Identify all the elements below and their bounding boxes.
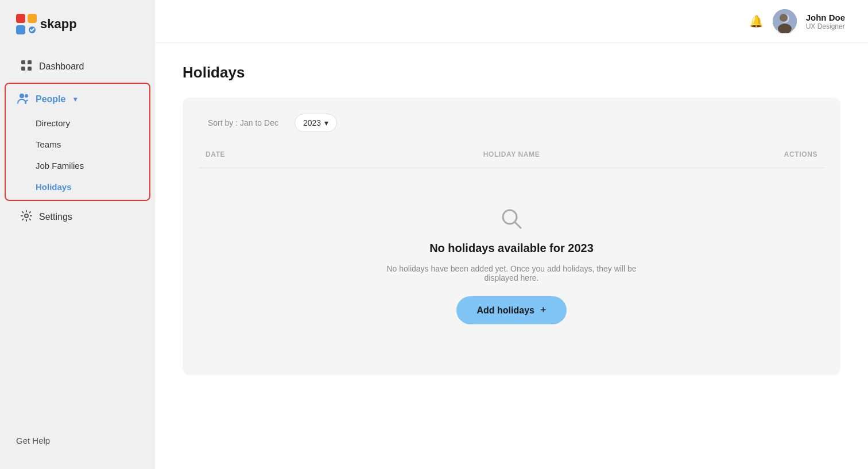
empty-title: No holidays available for 2023 xyxy=(429,242,594,255)
svg-rect-5 xyxy=(28,60,32,64)
sidebar-item-teams[interactable]: Teams xyxy=(6,134,149,155)
empty-description: No holidays have been added yet. Once yo… xyxy=(374,264,649,282)
svg-rect-2 xyxy=(16,25,25,34)
sidebar-item-label-dashboard: Dashboard xyxy=(39,61,84,72)
sidebar-item-dashboard[interactable]: Dashboard xyxy=(5,54,150,79)
page-title: Holidays xyxy=(183,64,840,82)
user-info: John Doe UX Designer xyxy=(806,13,845,30)
year-select[interactable]: 2023 ▾ xyxy=(294,114,337,132)
svg-line-17 xyxy=(515,222,521,228)
sidebar-item-label-settings: Settings xyxy=(39,212,72,222)
logo-icon xyxy=(16,14,37,34)
svg-rect-1 xyxy=(28,14,37,23)
get-help-link[interactable]: Get Help xyxy=(16,436,50,445)
sidebar-item-job-families[interactable]: Job Families xyxy=(6,155,149,176)
sidebar-item-directory[interactable]: Directory xyxy=(6,113,149,134)
user-name: John Doe xyxy=(806,13,845,22)
svg-rect-7 xyxy=(28,67,32,71)
header-right: 🔔 John Doe UX Designer xyxy=(749,9,845,33)
teams-label: Teams xyxy=(36,139,61,149)
main-content: 🔔 John Doe UX Designer Holidays Sor xyxy=(155,0,868,469)
svg-point-10 xyxy=(25,214,28,218)
svg-rect-6 xyxy=(21,67,25,71)
svg-point-8 xyxy=(20,94,24,98)
people-section: People ▾ Directory Teams Job Families Ho… xyxy=(5,83,150,201)
chevron-down-icon: ▾ xyxy=(73,95,77,103)
empty-search-icon xyxy=(500,207,523,232)
notification-bell-icon[interactable]: 🔔 xyxy=(749,14,764,28)
year-value: 2023 xyxy=(303,118,321,127)
svg-rect-4 xyxy=(21,60,25,64)
holidays-label: Holidays xyxy=(36,182,72,192)
settings-icon xyxy=(21,210,32,224)
col-header-date: DATE xyxy=(206,150,409,158)
header: 🔔 John Doe UX Designer xyxy=(155,0,868,43)
col-header-holiday-name: HOLIDAY NAME xyxy=(409,150,613,158)
avatar xyxy=(773,9,797,33)
sidebar-item-holidays[interactable]: Holidays xyxy=(6,176,149,197)
people-icon xyxy=(17,92,30,107)
svg-point-9 xyxy=(25,94,28,98)
year-chevron-icon: ▾ xyxy=(324,118,328,127)
logo-text: skapp xyxy=(40,17,77,32)
people-label: People xyxy=(36,94,65,104)
user-role: UX Designer xyxy=(806,22,845,30)
sidebar-item-settings[interactable]: Settings xyxy=(5,204,150,230)
logo-area: skapp xyxy=(0,14,155,53)
sidebar-item-people[interactable]: People ▾ xyxy=(6,86,149,113)
svg-rect-0 xyxy=(16,14,25,23)
filters-row: Sort by : Jan to Dec 2023 ▾ xyxy=(199,114,824,132)
svg-point-14 xyxy=(780,14,788,22)
dashboard-icon xyxy=(21,60,32,73)
table-header: DATE HOLIDAY NAME ACTIONS xyxy=(199,146,824,168)
sidebar: skapp Dashboard People xyxy=(0,0,155,469)
page-content: Holidays Sort by : Jan to Dec 2023 ▾ DAT… xyxy=(155,43,868,469)
holiday-card: Sort by : Jan to Dec 2023 ▾ DATE HOLIDAY… xyxy=(183,98,840,375)
sidebar-bottom: Get Help xyxy=(0,427,155,455)
add-holidays-label: Add holidays xyxy=(477,305,534,316)
sort-label: Sort by : Jan to Dec xyxy=(199,114,288,132)
col-header-actions: ACTIONS xyxy=(614,150,817,158)
plus-icon: + xyxy=(540,304,547,316)
directory-label: Directory xyxy=(36,118,70,128)
job-families-label: Job Families xyxy=(36,161,84,170)
empty-state: No holidays available for 2023 No holida… xyxy=(199,173,824,359)
add-holidays-button[interactable]: Add holidays + xyxy=(456,296,567,324)
